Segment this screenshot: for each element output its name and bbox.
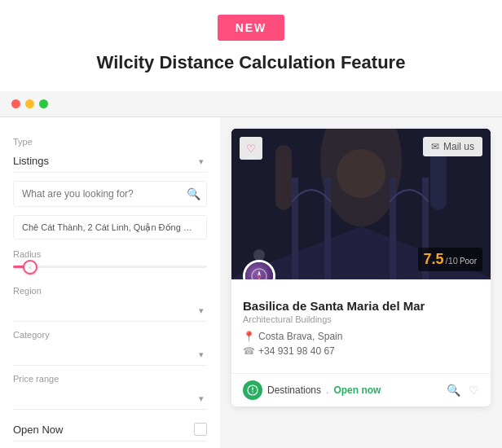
window-bar xyxy=(0,91,502,117)
score-denom: /10 xyxy=(446,256,458,266)
search-footer-icon[interactable]: 🔍 xyxy=(447,384,460,397)
type-label: Type xyxy=(13,137,207,147)
destinations-row: Destinations . Open now xyxy=(243,380,381,400)
type-select[interactable]: Listings xyxy=(13,150,207,173)
score-number: 7.5 xyxy=(424,251,444,268)
score-label: Poor xyxy=(460,257,477,266)
destination-icon xyxy=(250,267,268,279)
phone-icon: ☎ xyxy=(243,345,255,357)
card-location: 📍 Costa Brava, Spain xyxy=(243,331,479,342)
region-select[interactable] xyxy=(13,299,207,322)
footer-icons: 🔍 ♡ xyxy=(447,384,479,397)
open-now-checkbox[interactable] xyxy=(194,423,207,436)
svg-marker-15 xyxy=(252,386,253,390)
heart-button[interactable]: ♡ xyxy=(240,137,262,160)
main-title: Wilcity Distance Calculation Feature xyxy=(0,52,502,73)
region-label: Region xyxy=(13,286,207,296)
svg-marker-13 xyxy=(258,276,261,279)
radius-slider-thumb[interactable]: ☟ xyxy=(23,260,37,275)
card-subtitle: Architectural Buildings xyxy=(243,314,479,324)
category-select-wrapper xyxy=(13,343,207,366)
search-input[interactable] xyxy=(13,181,207,207)
open-now-status: Open now xyxy=(333,384,381,396)
top-section: NEW Wilcity Distance Calculation Feature xyxy=(0,0,502,91)
radius-label: Radius xyxy=(13,249,207,259)
region-select-wrapper xyxy=(13,299,207,322)
location-text: Costa Brava, Spain xyxy=(258,331,342,342)
open-now-label: Open Now xyxy=(13,424,63,436)
search-wrapper: 🔍 xyxy=(13,181,207,207)
category-select[interactable] xyxy=(13,343,207,366)
search-icon: 🔍 xyxy=(187,187,200,200)
close-dot[interactable] xyxy=(11,99,20,108)
svg-point-8 xyxy=(337,149,385,198)
mail-label: Mail us xyxy=(443,141,474,152)
category-label: Category xyxy=(13,330,207,340)
heart-footer-icon[interactable]: ♡ xyxy=(469,384,479,397)
radius-section: Radius ☟ xyxy=(13,249,207,268)
content-area: Type Listings 🔍 Radius ☟ Region xyxy=(0,117,502,448)
sidebar: Type Listings 🔍 Radius ☟ Region xyxy=(0,117,220,448)
card-image-wrapper: ♡ ✉ Mail us 7.5 /10 Poor xyxy=(231,129,491,279)
score-badge: 7.5 /10 Poor xyxy=(418,248,482,271)
svg-marker-12 xyxy=(258,270,261,276)
phone-text: +34 931 98 40 67 xyxy=(258,345,335,357)
price-range-select-wrapper xyxy=(13,387,207,410)
destinations-icon xyxy=(243,380,262,400)
minimize-dot[interactable] xyxy=(25,99,34,108)
card-area: ♡ ✉ Mail us 7.5 /10 Poor xyxy=(220,117,502,448)
location-icon: 📍 xyxy=(243,331,255,342)
svg-marker-16 xyxy=(252,390,253,394)
type-select-wrapper: Listings xyxy=(13,150,207,173)
destinations-label: Destinations xyxy=(267,384,321,396)
avatar-inner xyxy=(245,262,273,279)
open-now-row: Open Now xyxy=(13,418,207,441)
address-input[interactable] xyxy=(13,215,207,239)
svg-point-9 xyxy=(253,249,265,261)
maximize-dot[interactable] xyxy=(39,99,48,108)
compass-icon xyxy=(247,384,258,396)
radius-slider-track: ☟ xyxy=(13,266,207,268)
price-range-label: Price range xyxy=(13,374,207,384)
separator: . xyxy=(326,384,328,396)
card-phone: ☎ +34 931 98 40 67 xyxy=(243,345,479,357)
card-body: Basilica de Santa Maria del Mar Architec… xyxy=(231,279,491,373)
price-range-select[interactable] xyxy=(13,387,207,410)
new-badge: NEW xyxy=(218,15,285,41)
mail-icon: ✉ xyxy=(431,141,439,152)
card-title: Basilica de Santa Maria del Mar xyxy=(243,299,479,313)
card-footer: Destinations . Open now 🔍 ♡ xyxy=(231,373,491,406)
mail-button[interactable]: ✉ Mail us xyxy=(423,137,482,156)
svg-rect-2 xyxy=(275,145,292,210)
listing-card: ♡ ✉ Mail us 7.5 /10 Poor xyxy=(231,129,491,406)
